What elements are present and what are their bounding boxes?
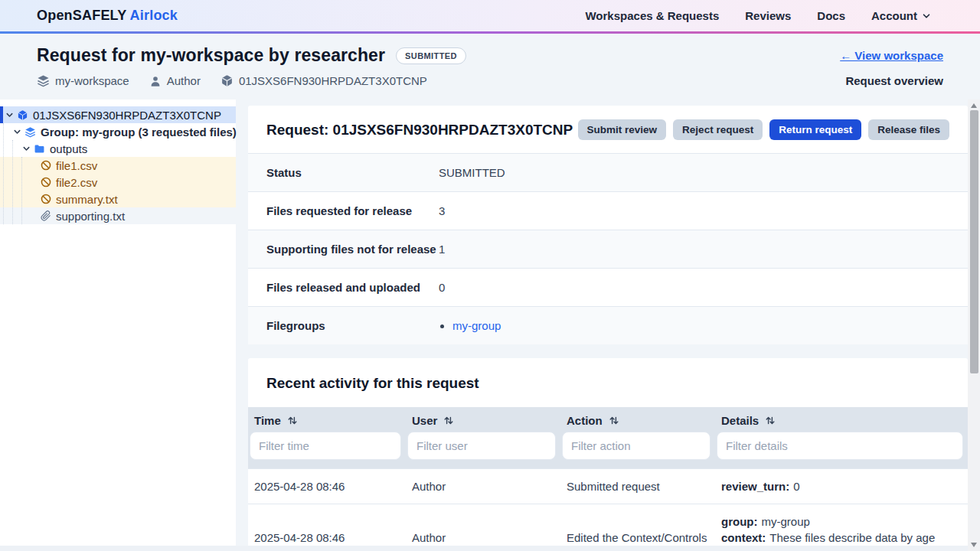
tree-item-file2[interactable]: file2.csv [0,174,236,191]
summary-row-status: Status SUBMITTED [248,153,968,191]
tree-item-summary[interactable]: summary.txt [0,191,236,207]
tree-guide [12,140,13,224]
filter-user-input[interactable] [407,432,556,460]
tree-item-outputs[interactable]: outputs [0,140,236,157]
tree-item-label: outputs [50,142,87,155]
top-navbar: OpenSAFELY Airlock Workspaces & Requests… [0,0,980,34]
meta-author: Author [149,74,201,87]
chevron-down-icon[interactable] [13,128,21,136]
app-logo[interactable]: OpenSAFELY Airlock [37,8,178,24]
sort-icon[interactable] [766,416,775,425]
tree-guide [21,157,22,224]
workspace-name: my-workspace [55,74,129,87]
release-files-button[interactable]: Release files [868,119,949,140]
summary-row-files-released: Files released and uploaded 0 [248,268,968,306]
summary-row-filegroups: Filegroups my-group [248,306,968,344]
tree-guide [3,123,4,224]
file-under-review-icon [41,177,51,187]
main-content: Request: 01JSXS6FN930HRPDAZT3X0TCNP Subm… [236,99,980,551]
activity-row: 2025-04-28 08:46 Author Edited the Conte… [248,504,968,551]
cube-icon [220,74,234,87]
summary-row-label: Files requested for release [266,204,439,217]
summary-row-label: Status [266,166,439,179]
filter-time-input[interactable] [250,432,401,460]
page-title: Request for my-workspace by researcher [37,45,385,66]
activity-card: Recent activity for this request Time Us… [248,358,968,551]
activity-time: 2025-04-28 08:46 [248,471,406,502]
request-overview-label: Request overview [845,74,943,87]
summary-row-value: 3 [439,204,445,217]
summary-row-label: Supporting files not for release [266,243,439,256]
scroll-down-arrow-icon[interactable] [971,543,977,547]
tree-item-label: summary.txt [56,193,118,206]
tree-item-label: file1.csv [56,159,97,172]
tree-item-request-id[interactable]: 01JSXS6FN930HRPDAZT3X0TCNP [0,106,236,123]
folder-icon [34,143,45,155]
chevron-down-icon[interactable] [5,111,14,119]
layers-icon [24,126,36,138]
status-badge: SUBMITTED [396,47,466,64]
activity-table-header: Time User Action Details [248,407,968,431]
summary-row-files-requested: Files requested for release 3 [248,191,968,230]
request-summary-rows: Status SUBMITTED Files requested for rel… [248,153,968,344]
chevron-down-icon [922,11,931,21]
tree-item-group[interactable]: Group: my-group (3 requested files) [0,123,236,140]
filegroup-link[interactable]: my-group [452,319,501,332]
view-workspace-link[interactable]: ← View workspace [840,49,943,62]
tree-item-file1[interactable]: file1.csv [0,157,236,174]
activity-filter-row [248,431,968,468]
nav-workspaces-requests[interactable]: Workspaces & Requests [585,9,719,22]
reject-request-button[interactable]: Reject request [673,119,763,140]
paperclip-icon [41,210,51,221]
sort-icon[interactable] [444,416,453,425]
request-card-title: Request: 01JSXS6FN930HRPDAZT3X0TCNP [266,122,573,139]
scrollbar-thumb[interactable] [970,110,978,373]
tree-item-label: Group: my-group (3 requested files) [41,126,237,139]
nav-links: Workspaces & Requests Reviews Docs Accou… [585,9,931,22]
file-under-review-icon [41,160,51,171]
column-header-time: Time [248,407,406,431]
scroll-up-arrow-icon[interactable] [971,103,977,108]
page-header: Request for my-workspace by researcher S… [0,34,980,99]
nav-docs[interactable]: Docs [817,9,845,22]
chevron-down-icon[interactable] [22,145,31,153]
author-name: Author [167,74,201,87]
column-header-user: User [406,407,560,431]
column-header-action: Action [560,407,715,431]
summary-row-label: Filegroups [266,319,439,332]
layers-icon [37,74,50,87]
request-meta: my-workspace Author 01JSXS6FN930HRPDAZT3… [37,74,427,87]
summary-row-value: SUBMITTED [439,166,505,179]
vertical-scrollbar[interactable] [968,99,980,551]
request-id: 01JSXS6FN930HRPDAZT3X0TCNP [239,74,427,87]
summary-row-label: Files released and uploaded [266,281,439,294]
activity-user: Author [406,471,560,502]
nav-reviews[interactable]: Reviews [745,9,791,22]
filter-details-input[interactable] [717,432,963,460]
cube-icon [17,109,28,121]
activity-row: 2025-04-28 08:46 Author Submitted reques… [248,468,968,504]
summary-row-value: 1 [439,243,445,256]
tree-item-label: supporting.txt [56,210,125,223]
column-header-details: Details [715,407,968,431]
summary-row-value: 0 [439,281,445,294]
sort-icon[interactable] [609,416,619,425]
user-icon [149,75,162,87]
filegroup-list-item: my-group [452,319,501,332]
return-request-button[interactable]: Return request [769,119,861,140]
activity-details: review_turn:0 [715,469,968,504]
activity-action: Submitted request [560,471,715,502]
brand-secondary: Airlock [130,8,178,23]
submit-review-button[interactable]: Submit review [578,119,667,140]
brand-primary: OpenSAFELY [37,8,126,23]
sort-icon[interactable] [288,416,297,425]
file-tree: 01JSXS6FN930HRPDAZT3X0TCNP Group: my-gro… [0,99,236,551]
request-summary-card: Request: 01JSXS6FN930HRPDAZT3X0TCNP Subm… [248,106,968,344]
summary-row-supporting-files: Supporting files not for release 1 [248,230,968,268]
nav-account-label: Account [871,9,917,22]
nav-account-menu[interactable]: Account [871,9,931,22]
filter-action-input[interactable] [562,432,710,460]
file-under-review-icon [41,194,51,204]
tree-item-supporting[interactable]: supporting.txt [0,207,236,224]
horizontal-scrollbar[interactable] [0,546,968,551]
